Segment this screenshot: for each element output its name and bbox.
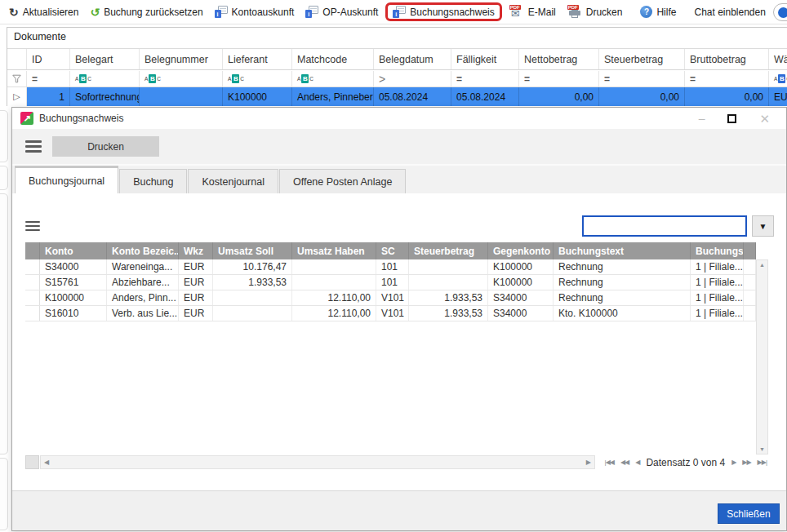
journal-col-konto-bezeichnung[interactable]: Konto Bezeic... [107,242,179,259]
search-input[interactable] [582,215,747,237]
email-button[interactable]: ✉ E-Mail [504,3,562,21]
journal-col-konto[interactable]: Konto [40,242,107,259]
dialog-print-button[interactable]: Drucken [52,136,159,157]
column-header-matchcode[interactable]: Matchcode [292,49,374,69]
tab-buchungsjournal[interactable]: Buchungsjournal [15,166,118,193]
filter-cell-belegdatum[interactable] [374,71,451,86]
menu-icon[interactable] [25,138,42,155]
filter-cell-lieferant[interactable] [223,71,292,86]
cell-gegenkonto: S34000 [488,306,554,321]
journal-col-umsatz-soll[interactable]: Umsatz Soll [213,242,292,259]
reset-booking-button[interactable]: ↺ Buchung zurücksetzen [84,4,208,20]
next-page-icon[interactable]: ▶▶ [742,459,750,466]
cell-konto-bezeichnung: Anders, Pinn... [107,290,179,305]
scroll-up-icon[interactable]: ▲ [759,262,765,268]
filter-cell-matchcode[interactable] [292,71,374,86]
journal-row[interactable]: S15761 Abziehbare... EUR 1.933,53 101 K1… [25,275,756,290]
close-dialog-button[interactable]: Schließen [718,503,780,524]
maximize-icon[interactable] [727,114,736,123]
search-dropdown-button[interactable]: ▼ [752,215,774,237]
email-pdf-icon: ✉ [509,6,524,19]
journal-col-buchungstext[interactable]: Buchungstext [554,242,691,259]
text-filter-icon [75,74,91,83]
filter-cell-belegart[interactable] [70,71,140,86]
journal-row[interactable]: S16010 Verb. aus Lie... EUR 12.110,00 V1… [25,306,756,321]
equals-filter-icon [32,73,38,85]
column-header-lieferant[interactable]: Lieferant [223,49,292,69]
next-record-icon[interactable]: ▶ [731,459,736,466]
refresh-button[interactable]: ↻ Aktualisieren [3,4,84,20]
scrollbar-corner [25,455,39,469]
cell-faelligkeit: 05.08.2024 [451,87,519,106]
op-info-button[interactable]: OP-Auskunft [300,3,384,20]
help-button[interactable]: Hilfe [634,3,682,20]
cell-buchungskreis: 1 | Filiale... [691,306,744,321]
toggle-knob-icon [778,7,787,18]
journal-col-wkz[interactable]: Wkz [179,242,213,259]
last-record-icon[interactable]: ▶▶| [758,459,767,466]
filter-cell-faelligkeit[interactable] [451,71,519,86]
buchungsnachweis-dialog: Buchungsnachweis – ✕ Drucken Buchungsjou… [11,107,787,531]
account-info-button[interactable]: Kontoauskunft [209,3,300,20]
booking-proof-button[interactable]: Buchungsnachweis [385,2,501,21]
chat-toggle-switch[interactable] [773,3,787,21]
journal-col-umsatz-haben[interactable]: Umsatz Haben [292,242,376,259]
column-header-belegdatum[interactable]: Belegdatum [374,49,451,69]
vertical-scrollbar[interactable]: ▲ ▼ [756,259,768,454]
filter-cell-belegnummer[interactable] [140,71,223,86]
grid-menu-icon[interactable] [25,219,40,233]
app-logo-icon [20,112,33,125]
journal-col-steuerbetrag[interactable]: Steuerbetrag [409,242,488,259]
cell-steuerbetrag: 1.933,53 [409,290,488,305]
refresh-label: Aktualisieren [23,7,79,18]
greater-filter-icon [379,73,385,86]
cell-umsatz-soll: 10.176,47 [213,259,292,274]
help-icon [640,6,652,18]
filter-cell-bruttobetrag[interactable] [685,71,769,86]
document-row-selected[interactable]: ▷ 1 Sofortrechnung K100000 Anders, Pinne… [7,87,787,106]
journal-col-sc[interactable]: SC [376,242,409,259]
horizontal-scrollbar[interactable]: ◀ ▶ [40,455,595,469]
journal-row[interactable]: S34000 Wareneinga... EUR 10.176,47 101 K… [25,259,756,275]
column-header-faelligkeit[interactable]: Fälligkeit [451,49,519,69]
journal-row[interactable]: K100000 Anders, Pinn... EUR 12.110,00 V1… [25,290,756,306]
chevron-down-icon: ▼ [759,222,767,231]
column-header-bruttobetrag[interactable]: Bruttobetrag [685,49,769,69]
tab-offene-posten-anlage[interactable]: Offene Posten Anlage [279,169,406,193]
journal-col-buchungskreis[interactable]: Buchungskr... [691,242,744,259]
column-header-nettobetrag[interactable]: Nettobetrag [519,49,599,69]
window-controls: – ✕ [699,113,778,125]
equals-filter-icon [690,73,696,85]
scroll-right-icon[interactable]: ▶ [586,459,591,466]
journal-col-gegenkonto[interactable]: Gegenkonto [488,242,554,259]
column-header-waehrung[interactable]: Währung [769,49,787,69]
text-filter-icon [228,74,244,83]
column-header-belegart[interactable]: Belegart [70,49,140,69]
filter-cell-steuerbetrag[interactable] [599,71,685,86]
filter-cell-nettobetrag[interactable] [519,71,599,86]
column-header-id[interactable]: ID [27,49,70,69]
documents-filter-row [7,71,787,87]
dialog-toolbar: Drucken [12,129,786,166]
cell-gegenkonto: K100000 [488,275,554,290]
column-header-belegnummer[interactable]: Belegnummer [140,49,223,69]
filter-cell-id[interactable] [27,71,70,86]
minimize-icon[interactable]: – [699,113,705,124]
close-icon[interactable]: ✕ [759,113,770,125]
tab-buchung[interactable]: Buchung [119,169,187,193]
first-record-icon[interactable]: |◀◀ [605,459,614,466]
scroll-left-icon[interactable]: ◀ [44,459,49,466]
print-button[interactable]: Drucken [562,3,629,21]
prev-record-icon[interactable]: ◀ [635,459,639,466]
row-marker-cell: ▷ [7,87,27,106]
column-header-steuerbetrag[interactable]: Steuerbetrag [599,49,685,69]
filter-funnel-cell[interactable] [7,71,27,86]
account-info-label: Kontoauskunft [232,7,295,18]
scroll-down-icon[interactable]: ▼ [759,446,765,452]
prev-page-icon[interactable]: ◀◀ [620,459,629,466]
filter-cell-waehrung[interactable] [769,71,787,86]
cell-konto-bezeichnung: Wareneinga... [107,259,179,274]
tab-kostenjournal[interactable]: Kostenjournal [188,169,278,193]
cell-matchcode: Anders, Pinneberg [292,87,374,106]
journal-marker-cell [25,275,40,290]
